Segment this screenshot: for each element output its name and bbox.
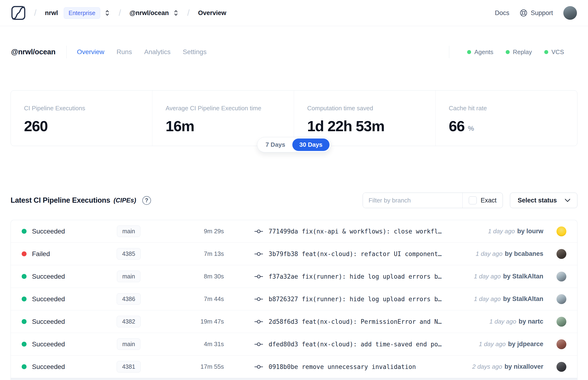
- breadcrumb-org[interactable]: nrwl: [45, 9, 58, 17]
- range-option-7-days[interactable]: 7 Days: [259, 138, 292, 151]
- divider: [66, 46, 67, 58]
- nx-cloud-logo-icon[interactable]: [11, 6, 26, 20]
- cipes-title-suffix: (CIPEs): [114, 197, 136, 204]
- branch-badge[interactable]: 4386: [117, 293, 141, 305]
- cipes-controls: Exact Select status: [363, 192, 577, 208]
- duration: 4m 31s: [204, 341, 224, 348]
- author: by StalkAltan: [503, 273, 543, 280]
- commit-cell: 3b79fb38 feat(nx-cloud): refactor UI com…: [254, 250, 475, 258]
- status-label: Succeeded: [32, 273, 102, 280]
- table-row[interactable]: Succeeded main 8m 30s f37a32ae fix(runne…: [11, 265, 577, 288]
- table-footer-edge: [11, 378, 577, 380]
- status-dot-icon: [22, 274, 27, 279]
- workspace-switcher-chevron-up-down-icon[interactable]: [173, 9, 179, 17]
- feature-agents[interactable]: Agents: [467, 48, 493, 56]
- status-select-dropdown[interactable]: Select status: [510, 192, 577, 208]
- duration: 9m 29s: [204, 228, 224, 235]
- user-avatar[interactable]: [563, 6, 577, 20]
- table-row[interactable]: Failed 4385 7m 13s 3b79fb38 feat(nx-clou…: [11, 243, 577, 265]
- branch-filter-input[interactable]: [363, 193, 462, 208]
- table-row[interactable]: Succeeded 4382 19m 47s 2d58f6d3 feat(nx-…: [11, 310, 577, 333]
- stat-value: 1d 22h 53m: [307, 117, 384, 134]
- avatar: [556, 362, 566, 372]
- status-label: Succeeded: [32, 341, 102, 348]
- status-dot-icon: [22, 229, 27, 234]
- avatar: [556, 227, 566, 236]
- support-label: Support: [531, 9, 553, 17]
- exact-checkbox[interactable]: [469, 196, 477, 204]
- org-plan-badge[interactable]: Enterprise: [64, 7, 100, 19]
- range-option-30-days[interactable]: 30 Days: [292, 138, 329, 151]
- table-row[interactable]: Succeeded main 4m 31s dfed80d3 feat(nx-c…: [11, 333, 577, 356]
- exact-label: Exact: [480, 197, 496, 204]
- git-commit-icon: [254, 319, 263, 325]
- tab-settings[interactable]: Settings: [183, 48, 207, 56]
- table-row[interactable]: Succeeded main 9m 29s 771499da fix(nx-ap…: [11, 220, 577, 243]
- stat-label: Average CI Pipeline Execution time: [166, 105, 289, 112]
- tab-runs[interactable]: Runs: [117, 48, 132, 56]
- time-ago: 1 day ago: [490, 318, 516, 325]
- author: by jdpearce: [508, 341, 543, 348]
- breadcrumb-separator: /: [187, 8, 190, 18]
- status-dot-icon: [22, 251, 27, 256]
- commit-message: 771499da fix(nx-api & workflows): close …: [269, 228, 442, 235]
- branch-badge[interactable]: 4381: [117, 361, 141, 373]
- feature-vcs[interactable]: VCS: [544, 48, 564, 56]
- tab-overview[interactable]: Overview: [77, 48, 104, 56]
- commit-cell: 2d58f6d3 feat(nx-cloud): PermissionError…: [254, 318, 490, 325]
- cipes-title: Latest CI Pipeline Executions: [11, 196, 110, 205]
- status-label: Succeeded: [32, 318, 102, 325]
- support-link[interactable]: Support: [520, 9, 553, 17]
- author: by bcabanes: [505, 250, 543, 258]
- commit-message: dfed80d3 feat(nx-cloud): add time-saved …: [269, 341, 442, 348]
- duration: 8m 30s: [204, 273, 224, 280]
- feature-label: VCS: [551, 48, 564, 56]
- table-row[interactable]: Succeeded 4381 17m 55s 0918b0be remove u…: [11, 356, 577, 378]
- row-meta: 1 day ago by nartc: [490, 318, 549, 325]
- stat-label: CI Pipeline Executions: [24, 105, 148, 112]
- stat-cache-hit-rate: Cache hit rate 66 %: [436, 91, 577, 146]
- duration: 17m 55s: [200, 363, 224, 370]
- tab-analytics[interactable]: Analytics: [144, 48, 171, 56]
- commit-message: f37a32ae fix(runner): hide log upload er…: [269, 273, 442, 280]
- commit-message: 2d58f6d3 feat(nx-cloud): PermissionError…: [269, 318, 442, 325]
- commit-message: b8726327 fix(runner): hide log upload er…: [269, 296, 442, 303]
- time-ago: 1 day ago: [488, 228, 515, 235]
- time-ago: 1 day ago: [479, 341, 506, 348]
- branch-badge[interactable]: main: [117, 226, 140, 237]
- branch-badge[interactable]: main: [117, 338, 140, 350]
- status-dot-icon: [22, 319, 27, 324]
- row-meta: 1 day ago by lourw: [488, 228, 549, 235]
- avatar: [556, 294, 566, 304]
- question-circle-icon[interactable]: ?: [142, 196, 151, 205]
- avatar: [556, 272, 566, 282]
- status-label: Succeeded: [32, 295, 102, 303]
- branch-badge[interactable]: 4382: [117, 316, 141, 327]
- topbar: / nrwl Enterprise / @nrwl/ocean / Overvi…: [0, 0, 588, 26]
- status-dot-icon: [22, 297, 27, 302]
- status-label: Succeeded: [32, 228, 102, 235]
- avatar: [556, 249, 566, 259]
- breadcrumb-separator: /: [34, 8, 37, 18]
- stat-value: 66: [449, 117, 465, 134]
- branch-filter-group: Exact: [363, 192, 503, 208]
- git-commit-icon: [254, 341, 263, 347]
- status-select-label: Select status: [518, 197, 557, 204]
- feature-replay[interactable]: Replay: [506, 48, 532, 56]
- branch-badge[interactable]: main: [117, 271, 140, 282]
- commit-cell: 0918b0be remove unnecessary invalidation: [254, 363, 472, 370]
- exact-match-control: Exact: [463, 193, 503, 208]
- row-meta: 1 day ago by jdpearce: [479, 341, 549, 348]
- status-label: Succeeded: [32, 363, 102, 371]
- breadcrumb-workspace[interactable]: @nrwl/ocean: [130, 9, 169, 17]
- stat-value: 260: [24, 117, 48, 134]
- branch-badge[interactable]: 4385: [117, 248, 141, 260]
- row-meta: 1 day ago by StalkAltan: [474, 273, 549, 280]
- stat-ci-pipeline-executions: CI Pipeline Executions 260: [11, 91, 152, 146]
- org-switcher-chevron-up-down-icon[interactable]: [104, 9, 110, 17]
- table-row[interactable]: Succeeded 4386 7m 44s b8726327 fix(runne…: [11, 288, 577, 310]
- stats-section: CI Pipeline Executions 260 Average CI Pi…: [11, 90, 577, 146]
- duration: 19m 47s: [200, 318, 224, 325]
- workspace-header: @nrwl/ocean Overview Runs Analytics Sett…: [11, 44, 577, 59]
- docs-link[interactable]: Docs: [495, 9, 510, 17]
